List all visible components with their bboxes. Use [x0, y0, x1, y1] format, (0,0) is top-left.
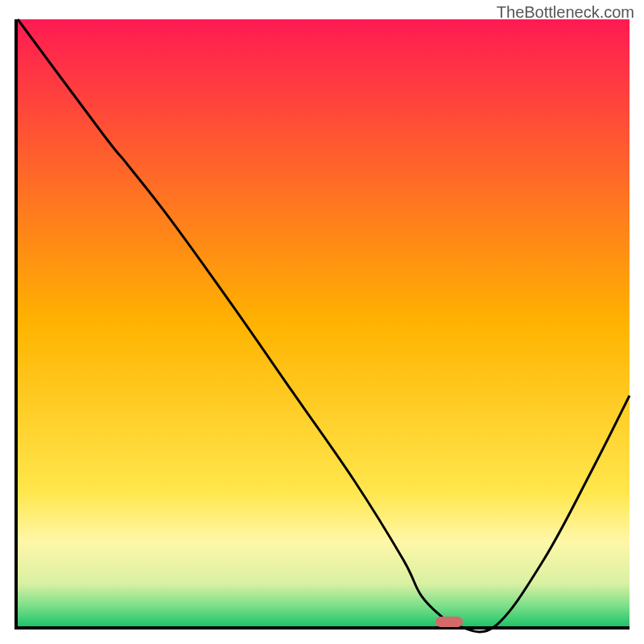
bottleneck-curve [18, 19, 630, 626]
optimal-marker [436, 617, 463, 627]
chart-plot-area [14, 19, 630, 630]
watermark-text: TheBottleneck.com [497, 3, 634, 22]
